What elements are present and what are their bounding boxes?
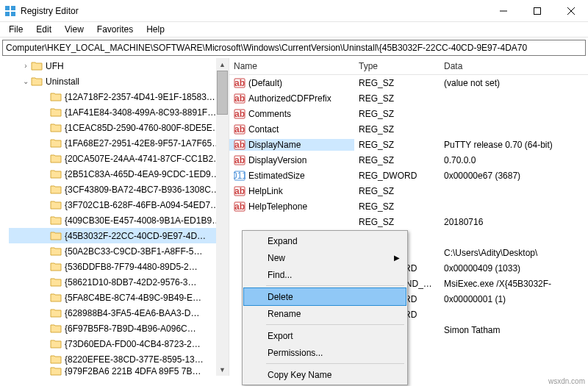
menu-item-find[interactable]: Find... <box>244 266 406 283</box>
tree-node[interactable]: {73D60EDA-FD00-4CB4-8723-2… <box>9 336 229 351</box>
tree-node[interactable]: {6F97B5F8-7B9D-4B96-A096C… <box>9 321 229 336</box>
svg-text:011: 011 <box>234 171 245 181</box>
tree-scrollbar[interactable]: ▲ ▼ <box>216 58 229 376</box>
minimize-button[interactable] <box>487 0 520 22</box>
scroll-down-icon[interactable]: ▼ <box>216 363 229 376</box>
tree-label: {50A2BC33-C9CD-3BF1-A8FF-5… <box>65 246 202 257</box>
value-data: MsiExec.exe /X{45B3032F- <box>444 279 551 289</box>
menu-item-new[interactable]: New▶ <box>244 249 406 266</box>
close-icon <box>567 7 575 15</box>
column-data[interactable]: Data <box>440 61 588 71</box>
menu-item-delete[interactable]: Delete <box>244 288 406 305</box>
tree-node[interactable]: {628988B4-3FA5-4EA6-BAA3-D… <box>9 305 229 321</box>
tree-node[interactable]: {8220EFEE-38CD-377E-8595-13… <box>9 351 229 367</box>
tree-label: {45B3032F-22CC-40CD-9E97-4D… <box>65 231 206 241</box>
menu-separator <box>266 285 404 286</box>
menu-help[interactable]: Help <box>140 23 171 36</box>
svg-text:ab: ab <box>234 109 245 119</box>
value-row[interactable]: abCommentsREG_SZ <box>229 106 588 121</box>
column-type[interactable]: Type <box>354 61 440 71</box>
maximize-button[interactable] <box>520 0 554 22</box>
value-name: HelpTelephone <box>248 201 307 212</box>
tree-node[interactable]: ›UFH <box>9 58 229 74</box>
expand-toggle[interactable]: › <box>21 62 31 70</box>
menu-item-label: Rename <box>268 309 301 319</box>
menu-item-label: Copy Key Name <box>268 370 331 380</box>
tree-node[interactable]: ⌄Uninstall <box>9 74 229 89</box>
folder-icon <box>50 354 62 365</box>
folder-icon <box>50 215 62 226</box>
value-type: REG_DWORD <box>359 171 417 181</box>
scroll-up-icon[interactable]: ▲ <box>216 58 229 71</box>
tree-label: {3CF43809-BA72-4BC7-B936-1308C… <box>65 185 220 195</box>
value-row[interactable]: abContactREG_SZ <box>229 121 588 137</box>
svg-text:ab: ab <box>234 78 245 88</box>
folder-icon <box>31 60 43 72</box>
value-type: REG_SZ <box>359 93 394 104</box>
tree-node[interactable]: {3F702C1B-628F-46FB-A094-54ED7… <box>9 197 229 212</box>
tree-label: {979F2BA6 221B 4DFA 89F5 7B… <box>65 367 201 376</box>
svg-rect-5 <box>534 7 541 14</box>
value-row[interactable]: abHelpTelephoneREG_SZ <box>229 199 588 214</box>
menu-favorites[interactable]: Favorites <box>91 23 139 36</box>
tree-node[interactable]: {2B51C83A-465D-4EA9-9CDC-1ED9… <box>9 166 229 182</box>
folder-icon <box>50 246 62 257</box>
tree-node[interactable]: {1AF41E84-3408-499A-8C93-8891F… <box>9 104 229 120</box>
menu-item-permissions[interactable]: Permissions... <box>244 344 406 361</box>
value-row[interactable]: abDisplayVersionREG_SZ0.70.0.0 <box>229 152 588 168</box>
value-row[interactable]: 011EstimatedSizeREG_DWORD0x00000e67 (368… <box>229 168 588 183</box>
expand-toggle[interactable]: ⌄ <box>21 77 31 85</box>
menu-file[interactable]: File <box>3 23 29 36</box>
tree-node[interactable]: {58621D10-8DB7-42D2-9576-3… <box>9 274 229 290</box>
tree-node[interactable]: {3CF43809-BA72-4BC7-B936-1308C… <box>9 182 229 197</box>
value-row[interactable]: abDisplayNameREG_SZPuTTY release 0.70 (6… <box>229 137 588 152</box>
close-button[interactable] <box>554 0 588 22</box>
menu-item-export[interactable]: Export <box>244 327 406 344</box>
tree-node[interactable]: {1FA68E27-2951-42E8-9F57-1A7F65… <box>9 135 229 151</box>
tree-pane[interactable]: ›UFH⌄Uninstall{12A718F2-2357-4D41-9E1F-1… <box>0 58 229 376</box>
menu-bar: File Edit View Favorites Help <box>0 22 588 37</box>
menu-item-label: Export <box>268 331 293 341</box>
tree-label: {73D60EDA-FD00-4CB4-8723-2… <box>65 339 201 349</box>
tree-node[interactable]: {20CA507E-24AA-4741-87CF-CC1B2… <box>9 151 229 166</box>
folder-icon <box>50 276 62 288</box>
folder-icon <box>50 292 62 304</box>
menu-item-expand[interactable]: Expand <box>244 232 406 249</box>
tree-node[interactable]: {45B3032F-22CC-40CD-9E97-4D… <box>9 228 229 243</box>
menu-item-copy-key-name[interactable]: Copy Key Name <box>244 366 406 383</box>
menu-separator <box>266 324 404 325</box>
value-row[interactable]: REG_SZ20180716 <box>229 214 588 229</box>
tree-node[interactable]: {1CEAC85D-2590-4760-800F-8DE5E… <box>9 120 229 135</box>
menu-item-rename[interactable]: Rename <box>244 305 406 322</box>
values-header: Name Type Data <box>229 58 588 75</box>
tree-label: UFH <box>46 61 64 71</box>
scroll-thumb[interactable] <box>217 71 228 115</box>
menu-view[interactable]: View <box>59 23 90 36</box>
svg-text:ab: ab <box>234 140 245 150</box>
value-row[interactable]: ab(Default)REG_SZ(value not set) <box>229 75 588 90</box>
maximize-icon <box>534 7 541 15</box>
value-row[interactable]: abAuthorizedCDFPrefixREG_SZ <box>229 90 588 106</box>
menu-edit[interactable]: Edit <box>30 23 57 36</box>
tree-node[interactable]: {536DDFB8-7F79-4480-89D5-2… <box>9 259 229 274</box>
value-type: REG_SZ <box>359 217 394 227</box>
tree-node[interactable]: {409CB30E-E457-4008-9B1A-ED1B9… <box>9 212 229 228</box>
tree-node[interactable]: {979F2BA6 221B 4DFA 89F5 7B… <box>9 367 229 376</box>
value-row[interactable]: abHelpLinkREG_SZ <box>229 183 588 199</box>
address-bar[interactable]: Computer\HKEY_LOCAL_MACHINE\SOFTWARE\Mic… <box>2 40 586 56</box>
tree-node[interactable]: {12A718F2-2357-4D41-9E1F-18583… <box>9 89 229 104</box>
menu-separator <box>266 363 404 364</box>
value-type: REG_SZ <box>359 155 394 165</box>
value-data: 0.70.0.0 <box>444 155 476 165</box>
folder-icon <box>50 323 62 335</box>
menu-item-label: New <box>268 253 285 263</box>
column-name[interactable]: Name <box>229 61 354 71</box>
tree-label: {2B51C83A-465D-4EA9-9CDC-1ED9… <box>65 169 220 179</box>
window-title: Registry Editor <box>21 6 487 16</box>
tree-node[interactable]: {5FA8C4BE-8C74-4B9C-9B49-E… <box>9 290 229 305</box>
value-data: 0x00000001 (1) <box>444 294 506 304</box>
value-type: REG_SZ <box>359 186 394 196</box>
value-name: Comments <box>248 109 291 119</box>
value-name: DisplayVersion <box>248 155 306 165</box>
tree-node[interactable]: {50A2BC33-C9CD-3BF1-A8FF-5… <box>9 243 229 259</box>
